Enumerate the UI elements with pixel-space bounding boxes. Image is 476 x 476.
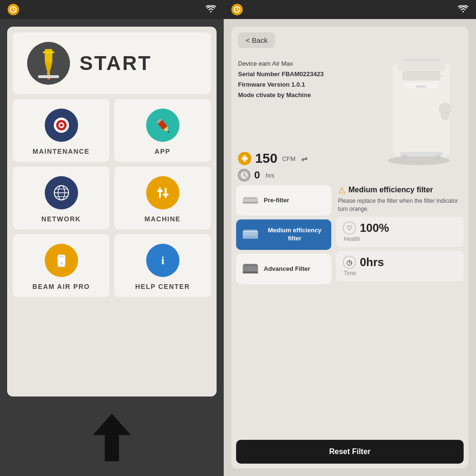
warning-title-row: ⚠ Medium efficiency filter bbox=[338, 185, 462, 195]
device-info: Device eam Air Max Serial Number FBAM022… bbox=[238, 59, 324, 100]
help-center-icon: i bbox=[146, 244, 179, 277]
reset-filter-button[interactable]: Reset Filter bbox=[236, 440, 464, 464]
svg-line-55 bbox=[244, 175, 246, 177]
svg-rect-57 bbox=[244, 197, 257, 199]
help-center-label: Help Center bbox=[135, 283, 190, 290]
health-metric: ♡ 100% Health bbox=[336, 217, 464, 247]
health-label: Health bbox=[343, 236, 457, 242]
svg-rect-43 bbox=[402, 71, 440, 80]
warning-metrics: ⚠ Medium efficiency filter Please replac… bbox=[336, 185, 464, 435]
filter-item-pre[interactable]: Pre-filter bbox=[236, 185, 331, 216]
time-icon-row: ◷ 0hrs bbox=[343, 256, 457, 269]
filter-item-advanced[interactable]: Advanced Filter bbox=[236, 254, 331, 284]
left-content: START MAINTENANCE bbox=[7, 27, 217, 397]
health-value: 100% bbox=[360, 221, 389, 235]
logo-icon-left bbox=[8, 4, 19, 15]
svg-point-25 bbox=[152, 182, 173, 203]
warning-title: Medium efficiency filter bbox=[348, 185, 433, 195]
back-button[interactable]: < Back bbox=[238, 32, 275, 48]
start-button[interactable]: START bbox=[13, 32, 211, 94]
svg-rect-32 bbox=[59, 256, 64, 258]
device-area: Device eam Air Max Serial Number FBAM022… bbox=[231, 52, 468, 147]
svg-point-49 bbox=[441, 112, 449, 120]
app-label: APP bbox=[155, 148, 170, 155]
svg-rect-26 bbox=[159, 188, 161, 198]
menu-item-maintenance[interactable]: MAINTENANCE bbox=[13, 99, 109, 162]
menu-item-beam-air-pro[interactable]: Beam Air Pro bbox=[13, 234, 109, 297]
warning-box: ⚠ Medium efficiency filter Please replac… bbox=[336, 185, 464, 213]
svg-rect-1 bbox=[45, 49, 52, 62]
back-label: < Back bbox=[246, 36, 268, 44]
device-image: Beam bbox=[367, 42, 462, 166]
svg-rect-42 bbox=[402, 59, 440, 61]
arrow-area bbox=[93, 404, 131, 476]
wifi-icon-left bbox=[206, 5, 216, 14]
machine-label: MACHINE bbox=[145, 215, 181, 223]
hours-value: 0 bbox=[254, 169, 260, 181]
svg-rect-63 bbox=[244, 264, 257, 267]
health-icon: ♡ bbox=[343, 221, 356, 235]
maintenance-icon bbox=[45, 109, 78, 142]
advanced-filter-icon bbox=[242, 260, 259, 278]
network-label: NETWORK bbox=[41, 215, 81, 223]
menu-item-help-center[interactable]: i Help Center bbox=[114, 234, 211, 297]
advanced-filter-label: Advanced Filter bbox=[264, 265, 310, 273]
device-serial: Serial Number FBAM0223423 bbox=[238, 69, 324, 79]
svg-rect-58 bbox=[243, 202, 258, 204]
status-bar-right bbox=[224, 0, 476, 19]
time-metric-value: 0hrs bbox=[360, 256, 384, 269]
bottom-grid: Beam Air Pro i Help Center bbox=[13, 234, 211, 297]
svg-text:i: i bbox=[161, 254, 164, 267]
svg-point-46 bbox=[402, 155, 407, 160]
svg-rect-28 bbox=[157, 190, 163, 192]
warning-description: Please replace the filter when the filte… bbox=[338, 197, 462, 213]
svg-point-13 bbox=[60, 124, 63, 127]
hours-unit: hrs bbox=[266, 172, 274, 179]
svg-rect-27 bbox=[165, 188, 167, 198]
time-metric-label: Time bbox=[343, 270, 457, 277]
maintenance-label: MAINTENANCE bbox=[33, 148, 90, 155]
beam-air-pro-icon bbox=[45, 244, 78, 277]
medium-filter-icon bbox=[242, 226, 259, 243]
health-icon-row: ♡ 100% bbox=[343, 221, 457, 235]
filter-item-medium[interactable]: Medium efficiency filter bbox=[236, 219, 331, 250]
menu-item-app[interactable]: APP bbox=[114, 99, 211, 162]
wifi-icon-right bbox=[458, 5, 468, 14]
menu-item-machine[interactable]: MACHINE bbox=[114, 167, 211, 229]
svg-point-47 bbox=[435, 155, 441, 160]
app-icon bbox=[146, 109, 179, 142]
cfm-unit: CFM bbox=[282, 155, 296, 162]
right-content: < Back Device eam Air Max Serial Number … bbox=[231, 27, 468, 468]
status-bar-left bbox=[0, 0, 224, 19]
left-panel: START MAINTENANCE bbox=[0, 0, 224, 476]
device-firmware: Firmware Version 1.0.1 bbox=[238, 79, 324, 90]
svg-marker-37 bbox=[93, 414, 131, 461]
time-metric: ◷ 0hrs Time bbox=[336, 251, 464, 281]
svg-rect-60 bbox=[244, 230, 257, 232]
network-icon bbox=[45, 176, 78, 209]
svg-marker-3 bbox=[45, 62, 52, 71]
start-label: START bbox=[79, 52, 152, 75]
pre-filter-icon bbox=[242, 192, 259, 209]
svg-rect-61 bbox=[243, 236, 258, 239]
svg-rect-34 bbox=[58, 266, 65, 267]
beam-air-pro-label: Beam Air Pro bbox=[32, 283, 90, 290]
pre-filter-label: Pre-filter bbox=[264, 197, 289, 205]
up-arrow bbox=[93, 414, 131, 466]
machine-icon bbox=[146, 176, 179, 209]
svg-rect-4 bbox=[47, 71, 50, 75]
svg-rect-64 bbox=[243, 271, 258, 274]
svg-rect-8 bbox=[38, 75, 59, 78]
menu-item-network[interactable]: NETWORK bbox=[13, 167, 109, 229]
svg-point-33 bbox=[60, 262, 63, 265]
logo-icon-right bbox=[231, 4, 243, 15]
bottom-section: Pre-filter Medium efficiency filter bbox=[231, 185, 468, 440]
time-icon: ◷ bbox=[343, 256, 356, 269]
warning-icon: ⚠ bbox=[338, 186, 346, 195]
device-mode: Mode ctivate by Machine bbox=[238, 90, 324, 100]
swap-icon: ⇌ bbox=[301, 154, 307, 163]
filter-list: Pre-filter Medium efficiency filter bbox=[236, 185, 331, 435]
clock-icon bbox=[238, 169, 250, 181]
device-name: Device eam Air Max bbox=[238, 59, 324, 69]
medium-filter-label: Medium efficiency filter bbox=[264, 227, 326, 243]
